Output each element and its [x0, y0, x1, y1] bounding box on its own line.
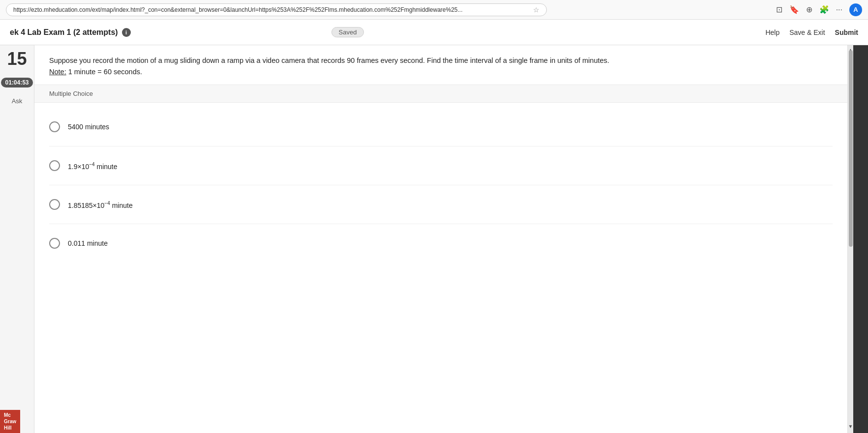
radio-C[interactable] [49, 199, 60, 210]
mc-header: Multiple Choice [34, 85, 847, 103]
question-number: 15 [7, 50, 27, 68]
help-button[interactable]: Help [765, 29, 779, 36]
browser-icons: ⊡ 🔖 ⊕ 🧩 ··· A [776, 3, 862, 16]
choice-D-label: 0.011 minute [68, 239, 108, 247]
translate-icon[interactable]: ⊕ [806, 5, 812, 14]
timer-badge: 01:04:53 [1, 78, 32, 87]
saved-badge: Saved [331, 27, 364, 37]
app-header: ek 4 Lab Exam 1 (2 attempts) i Saved Hel… [0, 20, 868, 45]
radio-B[interactable] [49, 160, 60, 171]
header-actions: Help Save & Exit Submit [765, 29, 858, 36]
left-sidebar: 15 01:04:53 Ask [0, 45, 34, 433]
star-icon[interactable]: ☆ [533, 6, 539, 14]
more-icon[interactable]: ··· [836, 5, 842, 14]
exam-title-container: ek 4 Lab Exam 1 (2 attempts) i [10, 28, 131, 37]
ask-button[interactable]: Ask [12, 97, 23, 105]
exam-title-text: ek 4 Lab Exam 1 (2 attempts) [10, 28, 118, 37]
url-bar[interactable]: https://ezto.mheducation.com/ext/map/ind… [6, 3, 547, 16]
choice-A-label: 5400 minutes [68, 123, 109, 131]
note-label: Note: [49, 68, 66, 76]
choice-B-label: 1.9×10−4 minute [68, 162, 118, 171]
url-text: https://ezto.mheducation.com/ext/map/ind… [13, 6, 463, 13]
main-layout: 15 01:04:53 Ask Suppose you record the m… [0, 45, 868, 433]
mc-type-label: Multiple Choice [49, 90, 93, 97]
choice-C-label: 1.85185×10−4 minute [68, 201, 133, 209]
choice-C[interactable]: 1.85185×10−4 minute [49, 185, 833, 224]
extensions-icon[interactable]: 🧩 [819, 5, 829, 14]
choice-B[interactable]: 1.9×10−4 minute [49, 146, 833, 185]
note-text: 1 minute = 60 seconds. [66, 68, 142, 76]
right-edge [853, 45, 868, 433]
choice-D[interactable]: 0.011 minute [49, 224, 833, 262]
scroll-down-arrow[interactable]: ▼ [848, 422, 853, 431]
content-area: Suppose you record the motion of a mug s… [34, 45, 847, 433]
save-exit-button[interactable]: Save & Exit [789, 29, 825, 36]
radio-D[interactable] [49, 238, 60, 249]
mcgraw-hill-logo: Mc Graw Hill [0, 410, 20, 433]
bookmark-icon[interactable]: 🔖 [789, 5, 799, 14]
profile-avatar[interactable]: A [849, 3, 862, 16]
question-text-area: Suppose you record the motion of a mug s… [34, 45, 847, 85]
question-main-text: Suppose you record the motion of a mug s… [49, 57, 609, 64]
browser-bar: https://ezto.mheducation.com/ext/map/ind… [0, 0, 868, 20]
scrollbar-thumb[interactable] [849, 50, 853, 247]
tab-icon[interactable]: ⊡ [776, 5, 782, 14]
choices-area: 5400 minutes 1.9×10−4 minute 1.85185×10−… [34, 103, 847, 433]
choice-A[interactable]: 5400 minutes [49, 108, 833, 146]
submit-button[interactable]: Submit [835, 29, 858, 36]
radio-A[interactable] [49, 121, 60, 132]
right-scrollbar[interactable]: ▲ ▼ [847, 45, 853, 433]
info-icon[interactable]: i [122, 28, 131, 37]
